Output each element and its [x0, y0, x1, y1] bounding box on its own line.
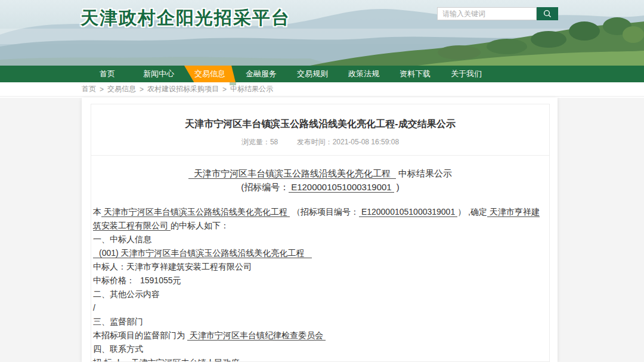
breadcrumb-rural-projects[interactable]: 农村建设招标采购项目 [147, 84, 219, 94]
intro-text: （招标项目编号： [292, 207, 359, 216]
bidder-line: 招 标 人：天津市宁河区丰台镇人民政府 [93, 356, 547, 362]
breadcrumb-separator: > [222, 85, 227, 94]
nav-item-policies[interactable]: 政策法规 [338, 66, 389, 82]
content-panel: 天津市宁河区丰台镇滨玉公路线沿线美化亮化工程-成交结果公示 浏览量：58 发布时… [82, 98, 558, 362]
article-title: 天津市宁河区丰台镇滨玉公路线沿线美化亮化工程-成交结果公示 [91, 119, 549, 129]
intro-project-name: 天津市宁河区丰台镇滨玉公路线沿线美化亮化工程 [101, 207, 290, 217]
view-count: 浏览量：58 [242, 138, 278, 146]
breadcrumb-result-notice[interactable]: 中标结果公示 [230, 84, 273, 94]
active-tab-notch [230, 82, 236, 85]
bidder-value: 天津市宁河区丰台镇人民政府 [131, 358, 240, 362]
breadcrumb-separator: > [100, 85, 104, 94]
notice-bid-number-line: (招标编号：E1200001051000319001 ) [91, 181, 549, 194]
bid-number-suffix: ) [394, 182, 400, 192]
intro-text: ） [457, 207, 466, 216]
intro-text: 本 [93, 207, 101, 216]
section3-title: 三、监督部门 [93, 315, 547, 329]
section1-item: (001) 天津市宁河区丰台镇滨玉公路线沿线美化亮化工程 [93, 248, 312, 258]
site-header: 天津政村企阳光招采平台 [0, 0, 644, 66]
breadcrumb: 首页 > 交易信息 > 农村建设招标采购项目 > 中标结果公示 [0, 82, 644, 97]
article-box: 天津市宁河区丰台镇滨玉公路线沿线美化亮化工程-成交结果公示 浏览量：58 发布时… [91, 104, 550, 362]
winner-value: 天津市亨祥建筑安装工程有限公司 [126, 262, 252, 271]
main-area: 天津市宁河区丰台镇滨玉公路线沿线美化亮化工程-成交结果公示 浏览量：58 发布时… [0, 98, 644, 362]
nav-item-trade-info[interactable]: 交易信息 [184, 66, 236, 82]
winner-line: 中标人：天津市亨祥建筑安装工程有限公司 [93, 260, 547, 274]
article-body: 本天津市宁河区丰台镇滨玉公路线沿线美化亮化工程 （招标项目编号：E1200001… [91, 205, 549, 362]
breadcrumb-separator: > [140, 85, 144, 94]
nav-item-downloads[interactable]: 资料下载 [389, 66, 441, 82]
publish-time: 发布时间：2021-05-08 16:59:08 [297, 138, 399, 146]
price-label: 中标价格： [93, 276, 135, 285]
price-value: 1591055元 [140, 276, 181, 285]
notice-heading-suffix: 中标结果公示 [396, 168, 452, 178]
search-box [437, 7, 558, 20]
price-line: 中标价格：1591055元 [93, 274, 547, 287]
section2-content: / [93, 301, 547, 315]
search-icon [543, 10, 552, 18]
supervision-text: 本招标项目的监督部门为 [93, 330, 185, 340]
intro-bid-number: E1200001051000319001 [359, 207, 457, 217]
meta-divider [91, 155, 549, 156]
article-meta: 浏览量：58 发布时间：2021-05-08 16:59:08 [91, 137, 549, 147]
intro-paragraph: 本天津市宁河区丰台镇滨玉公路线沿线美化亮化工程 （招标项目编号：E1200001… [93, 205, 547, 233]
breadcrumb-home[interactable]: 首页 [82, 84, 96, 94]
winner-label: 中标人： [93, 262, 126, 271]
notice-project-name: 天津市宁河区丰台镇滨玉公路线沿线美化亮化工程 [188, 168, 396, 179]
bid-number: E1200001051000319001 [289, 182, 394, 193]
view-count-value: 58 [270, 138, 278, 146]
bid-number-prefix: (招标编号： [241, 182, 289, 192]
supervision-line: 本招标项目的监督部门为 天津市宁河区丰台镇纪律检查委员会 [93, 329, 547, 342]
nav-item-finance[interactable]: 金融服务 [236, 66, 287, 82]
main-nav: 首页 新闻中心 交易信息 金融服务 交易规则 政策法规 资料下载 关于我们 [0, 66, 644, 82]
breadcrumb-trade-info[interactable]: 交易信息 [107, 84, 136, 94]
section1-title: 一、中标人信息 [93, 233, 547, 246]
publish-time-label: 发布时间： [297, 138, 333, 146]
section4-title: 四、联系方式 [93, 342, 547, 356]
publish-time-value: 2021-05-08 16:59:08 [333, 138, 399, 146]
bidder-label: 招 标 人： [93, 358, 131, 362]
section2-title: 二、其他公示内容 [93, 287, 547, 301]
nav-item-home[interactable]: 首页 [82, 66, 133, 82]
nav-item-news[interactable]: 新闻中心 [133, 66, 184, 82]
nav-item-about[interactable]: 关于我们 [441, 66, 492, 82]
notice-heading: 天津市宁河区丰台镇滨玉公路线沿线美化亮化工程 中标结果公示 [91, 167, 549, 180]
supervision-department: 天津市宁河区丰台镇纪律检查委员会 [187, 330, 326, 341]
intro-text: 的中标人如下： [171, 221, 229, 230]
site-title: 天津政村企阳光招采平台 [80, 6, 290, 30]
nav-item-trade-rules[interactable]: 交易规则 [287, 66, 338, 82]
intro-text: ,确定 [466, 207, 487, 216]
search-input[interactable] [437, 7, 537, 20]
search-button[interactable] [537, 7, 558, 20]
view-count-label: 浏览量： [242, 138, 270, 146]
section1-item-line: (001) 天津市宁河区丰台镇滨玉公路线沿线美化亮化工程 [93, 246, 547, 260]
